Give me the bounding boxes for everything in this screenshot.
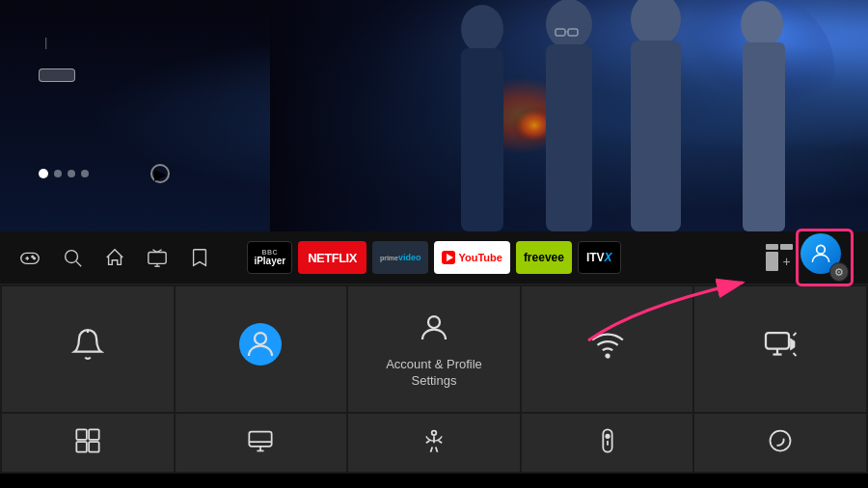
binge-watch-area: ▶ <box>145 164 176 183</box>
profile-area: + ⚙ <box>641 233 849 282</box>
alexa-tile[interactable] <box>694 414 866 472</box>
gamepad-svg <box>19 247 41 268</box>
bbc-main-text: iPlayer <box>254 256 285 266</box>
search-icon[interactable] <box>62 247 83 268</box>
freevee-tile[interactable]: freevee <box>516 241 572 274</box>
pipe-separator: | <box>44 35 47 49</box>
dot-1 <box>39 169 48 178</box>
itvx-tile[interactable]: ITVX <box>578 241 621 274</box>
svg-point-27 <box>428 316 440 328</box>
svg-point-26 <box>255 333 266 344</box>
svg-marker-32 <box>791 339 796 350</box>
accessibility-tile[interactable] <box>348 414 520 472</box>
account-label: Account & ProfileSettings <box>386 357 482 390</box>
display-sounds-tile[interactable] <box>694 286 866 412</box>
person-icon <box>808 241 833 266</box>
tv-svg <box>147 247 168 268</box>
network-icon <box>590 327 625 362</box>
svg-point-3 <box>461 5 503 53</box>
binge-play-icon: ▶ <box>150 164 170 183</box>
itvx-label: ITVX <box>586 251 612 264</box>
svg-rect-8 <box>631 41 681 231</box>
dot-3 <box>68 170 75 177</box>
svg-point-47 <box>771 431 791 451</box>
svg-rect-36 <box>89 429 99 440</box>
svg-point-18 <box>34 258 36 259</box>
profile-circle-icon <box>239 323 282 366</box>
wifi-icon <box>590 327 625 362</box>
all-apps-icon[interactable]: + <box>766 244 793 271</box>
tv-icon[interactable] <box>147 247 168 268</box>
profiles-person-icon <box>243 327 278 362</box>
svg-rect-10 <box>743 42 785 231</box>
dot-2 <box>54 170 62 177</box>
grid-cell-2 <box>780 244 793 250</box>
svg-point-5 <box>546 0 592 49</box>
network-tile[interactable] <box>522 286 693 412</box>
apps-icon <box>74 427 101 458</box>
notifications-icon <box>70 327 105 362</box>
svg-line-33 <box>794 333 797 336</box>
svg-line-20 <box>76 261 81 266</box>
svg-rect-21 <box>149 253 166 264</box>
device-manager-tile[interactable] <box>176 414 347 472</box>
bbc-top-text: BBC <box>261 249 278 257</box>
account-icon <box>417 311 451 345</box>
youtube-label: YouTube <box>458 252 502 263</box>
svg-point-9 <box>741 1 783 47</box>
notifications-tile[interactable] <box>2 286 174 412</box>
remote-settings-tile[interactable] <box>522 414 693 472</box>
bookmark-icon[interactable] <box>189 247 210 268</box>
account-profile-tile[interactable]: Account & ProfileSettings <box>348 286 520 412</box>
svg-point-24 <box>817 245 826 254</box>
home-icon[interactable] <box>104 247 125 268</box>
prime-top: prime <box>380 255 398 261</box>
apps-controllers-tile[interactable] <box>2 414 174 472</box>
navigation-bar: BBC iPlayer NETFLIX prime video YouTube … <box>0 231 868 285</box>
hero-characters <box>270 0 868 231</box>
app-tiles-group: BBC iPlayer NETFLIX prime video YouTube … <box>227 241 641 274</box>
display-icon <box>247 427 274 454</box>
svg-point-43 <box>432 431 437 436</box>
svg-rect-35 <box>76 429 87 440</box>
svg-rect-39 <box>250 432 272 447</box>
hero-content: | <box>39 29 75 86</box>
prime-bottom: video <box>398 253 421 262</box>
grid-cell-plus: + <box>780 252 793 271</box>
bbc-iplayer-tile[interactable]: BBC iPlayer <box>247 241 292 274</box>
grid-cell-1 <box>766 244 778 250</box>
gamepad-icon[interactable] <box>19 247 41 268</box>
hero-subtitle: | <box>39 35 75 49</box>
alexa-circle-icon <box>767 427 794 454</box>
remote-icon <box>594 427 621 458</box>
bell-icon <box>70 327 105 362</box>
profiles-icon <box>239 323 282 366</box>
quad-squares-icon <box>74 427 101 454</box>
youtube-tile[interactable]: YouTube <box>434 241 509 274</box>
profiles-tile[interactable] <box>176 286 347 412</box>
svg-rect-37 <box>76 442 87 452</box>
person-broadcast-icon <box>420 427 448 454</box>
bbc-inner: BBC iPlayer <box>254 249 285 267</box>
svg-point-45 <box>606 435 610 439</box>
prime-video-tile[interactable]: prime video <box>372 241 429 274</box>
learn-more-button[interactable] <box>39 68 75 82</box>
svg-rect-14 <box>21 253 39 263</box>
nav-icons-group <box>19 247 227 268</box>
svg-line-34 <box>794 353 797 356</box>
display-sounds-icon <box>763 327 798 362</box>
svg-rect-4 <box>461 48 503 231</box>
accessibility-icon <box>420 427 448 458</box>
grid-cell-3 <box>766 252 778 271</box>
svg-point-17 <box>32 256 34 258</box>
svg-point-28 <box>606 355 609 358</box>
home-svg <box>104 247 125 268</box>
bookmark-svg <box>189 247 210 268</box>
freevee-label: freevee <box>524 251 564 264</box>
profile-settings-button[interactable]: ⚙ <box>800 233 849 282</box>
hero-pagination-dots <box>39 169 89 178</box>
svg-rect-6 <box>546 44 592 231</box>
netflix-tile[interactable]: NETFLIX <box>298 241 366 274</box>
hero-section: | ▶ <box>0 0 868 231</box>
second-settings-row <box>0 414 868 474</box>
